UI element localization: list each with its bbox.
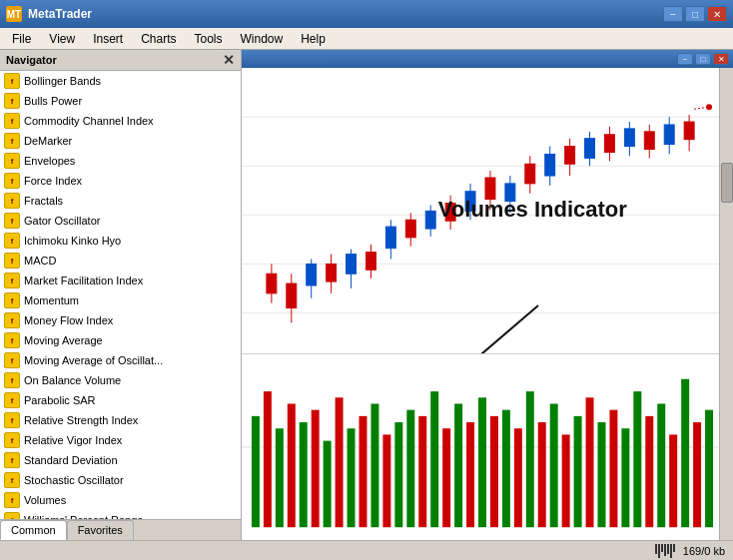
scrollbar[interactable]: [719, 68, 733, 540]
indicator-label: Fractals: [24, 195, 63, 207]
navigator-title: Navigator: [6, 54, 57, 66]
indicator-icon: f: [4, 492, 20, 508]
indicator-label: Standard Deviation: [24, 454, 118, 466]
list-item[interactable]: f Ichimoku Kinko Hyo: [0, 231, 241, 251]
svg-rect-61: [336, 398, 344, 528]
svg-rect-28: [485, 178, 495, 200]
navigator-header: Navigator ✕: [0, 50, 241, 71]
indicator-label: On Balance Volume: [24, 374, 121, 386]
svg-rect-32: [525, 164, 535, 184]
menu-help[interactable]: Help: [293, 30, 334, 48]
indicator-label: Parabolic SAR: [24, 394, 96, 406]
list-item[interactable]: f Commodity Channel Index: [0, 111, 241, 131]
svg-rect-64: [370, 404, 378, 528]
chart-area: − □ ✕: [242, 50, 733, 540]
svg-rect-74: [490, 416, 498, 527]
list-item[interactable]: f Fractals: [0, 191, 241, 211]
svg-rect-56: [276, 429, 284, 528]
indicator-label: Commodity Channel Index: [24, 115, 154, 127]
status-bar: 169/0 kb: [0, 540, 733, 560]
navigator-tabs: Common Favorites: [0, 519, 241, 540]
menu-file[interactable]: File: [4, 30, 39, 48]
indicator-icon: f: [4, 292, 20, 308]
svg-rect-42: [624, 129, 634, 147]
svg-rect-88: [657, 404, 665, 528]
list-item[interactable]: f Force Index: [0, 171, 241, 191]
minimize-button[interactable]: −: [663, 6, 683, 22]
tab-common[interactable]: Common: [0, 520, 67, 540]
svg-rect-48: [684, 122, 694, 140]
list-item[interactable]: f Moving Average: [0, 330, 241, 350]
svg-rect-30: [505, 184, 515, 202]
svg-rect-70: [442, 429, 450, 528]
svg-rect-55: [264, 392, 272, 528]
list-item[interactable]: f Money Flow Index: [0, 310, 241, 330]
list-item[interactable]: f Bulls Power: [0, 91, 241, 111]
indicator-icon: f: [4, 352, 20, 368]
svg-rect-14: [347, 255, 357, 275]
indicator-label: Relative Strength Index: [24, 414, 138, 426]
navigator-close-button[interactable]: ✕: [223, 53, 235, 67]
indicator-icon: f: [4, 452, 20, 468]
svg-rect-76: [514, 429, 522, 528]
indicator-label: Ichimoku Kinko Hyo: [24, 235, 121, 247]
menu-tools[interactable]: Tools: [187, 30, 231, 48]
indicator-icon: f: [4, 412, 20, 428]
list-item[interactable]: f Relative Strength Index: [0, 410, 241, 430]
indicator-icon: f: [4, 153, 20, 169]
indicator-label: Bulls Power: [24, 95, 82, 107]
svg-rect-82: [586, 398, 594, 528]
list-item[interactable]: f Gator Oscillator: [0, 211, 241, 231]
chart-close-button[interactable]: ✕: [713, 53, 729, 65]
indicator-icon: f: [4, 332, 20, 348]
indicator-icon: f: [4, 173, 20, 189]
chart-minimize-button[interactable]: −: [677, 53, 693, 65]
tab-favorites[interactable]: Favorites: [67, 520, 134, 540]
menu-charts[interactable]: Charts: [133, 30, 184, 48]
svg-rect-20: [405, 220, 415, 238]
indicator-icon: f: [4, 472, 20, 488]
list-item[interactable]: f Momentum: [0, 290, 241, 310]
svg-rect-18: [385, 227, 395, 249]
list-item[interactable]: f Williams' Percent Range: [0, 510, 241, 519]
indicator-icon: f: [4, 133, 20, 149]
list-item[interactable]: f Parabolic SAR: [0, 390, 241, 410]
list-item[interactable]: f Bollinger Bands: [0, 71, 241, 91]
maximize-button[interactable]: □: [685, 6, 705, 22]
list-item[interactable]: f Relative Vigor Index: [0, 430, 241, 450]
list-item[interactable]: f Volumes: [0, 490, 241, 510]
svg-rect-91: [693, 422, 701, 527]
list-item[interactable]: f Standard Deviation: [0, 450, 241, 470]
menu-insert[interactable]: Insert: [85, 30, 131, 48]
list-item[interactable]: f DeMarker: [0, 131, 241, 151]
menu-view[interactable]: View: [41, 30, 83, 48]
svg-rect-16: [366, 253, 375, 271]
scrollbar-thumb[interactable]: [721, 163, 733, 203]
svg-rect-65: [382, 435, 390, 528]
close-button[interactable]: ✕: [707, 6, 727, 22]
svg-rect-80: [562, 435, 570, 528]
list-item[interactable]: f Moving Average of Oscillat...: [0, 350, 241, 370]
list-item[interactable]: f On Balance Volume: [0, 370, 241, 390]
list-item[interactable]: f Stochastic Oscillator: [0, 470, 241, 490]
chart-background[interactable]: − □ ✕: [242, 50, 733, 540]
indicator-icon: f: [4, 93, 20, 109]
svg-rect-92: [705, 410, 713, 528]
indicator-icon: f: [4, 253, 20, 269]
svg-rect-71: [454, 404, 462, 528]
list-item[interactable]: f Market Facilitation Index: [0, 271, 241, 290]
navigator-list[interactable]: f Bollinger Bands f Bulls Power f Commod…: [0, 71, 241, 519]
svg-rect-69: [430, 392, 438, 528]
list-item[interactable]: f MACD: [0, 251, 241, 271]
app-icon: MT: [6, 6, 22, 22]
list-item[interactable]: f Envelopes: [0, 151, 241, 171]
chart-maximize-button[interactable]: □: [695, 53, 711, 65]
svg-rect-68: [418, 416, 426, 527]
menu-window[interactable]: Window: [233, 30, 292, 48]
svg-rect-10: [307, 264, 317, 285]
svg-rect-60: [324, 441, 332, 528]
svg-rect-66: [394, 422, 402, 527]
indicator-icon: f: [4, 312, 20, 328]
svg-rect-77: [526, 392, 534, 528]
indicator-label: MACD: [24, 255, 56, 267]
